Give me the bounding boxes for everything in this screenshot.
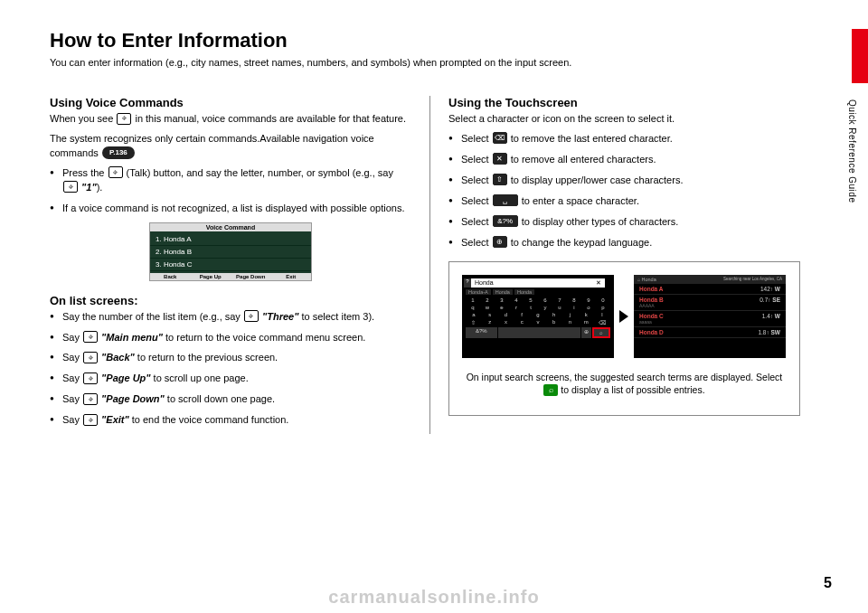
- key: m: [580, 318, 592, 326]
- section-tab: [852, 29, 868, 83]
- key: n: [564, 318, 576, 326]
- key: 8: [569, 297, 580, 304]
- text: Select: [461, 133, 492, 144]
- key: x: [500, 318, 512, 326]
- key: c: [516, 318, 528, 326]
- touchscreen-bullets: Select ⌫ to remove the last entered char…: [448, 132, 800, 250]
- vc-row: 2. Honda B: [150, 246, 311, 259]
- search-icon: ⌕: [543, 384, 558, 396]
- list-item: Press the ⎆ (Talk) button, and say the l…: [50, 166, 411, 195]
- key: h: [548, 311, 560, 318]
- text: When you see: [50, 113, 116, 124]
- keyboard-screenshot: ? Honda ✕ Honda-A Honda Honda 1234567890: [462, 275, 614, 358]
- list-item: Select ⇧ to display upper/lower case cha…: [448, 174, 800, 188]
- shift-key-icon: ⇧: [467, 318, 479, 326]
- key: o: [583, 304, 595, 311]
- list-item: Say ⎆ "Page Up" to scroll up one page.: [50, 372, 411, 386]
- left-column: Using Voice Commands When you see ⎆ in t…: [50, 96, 429, 434]
- result-dist: 1.8↑: [758, 329, 769, 335]
- result-name: Honda B: [639, 297, 664, 303]
- touchscreen-intro: Select a character or icon on the screen…: [448, 112, 800, 127]
- key: d: [500, 311, 512, 318]
- list-item: Select ␣ to enter a space character.: [448, 194, 800, 209]
- side-label: Quick Reference Guide: [847, 99, 857, 203]
- suggestion: Honda: [514, 289, 534, 295]
- key: r: [511, 304, 523, 311]
- arrow-right-icon: [619, 310, 628, 323]
- key: e: [496, 304, 508, 311]
- clear-x-icon: ✕: [596, 279, 601, 287]
- key: 3: [496, 297, 508, 304]
- list-screens-bullets: Say the number of the list item (e.g., s…: [50, 310, 411, 429]
- text: to change the keypad language.: [508, 237, 653, 248]
- sym-key: &?%: [466, 327, 497, 338]
- touchscreen-example-box: ? Honda ✕ Honda-A Honda Honda 1234567890: [448, 261, 800, 416]
- text: Select: [461, 237, 492, 248]
- result-dir: W: [775, 313, 780, 319]
- list-item: Select ⊕ to change the keypad language.: [448, 236, 800, 250]
- voice-cmd: "Page Down": [101, 393, 165, 404]
- key: u: [554, 304, 566, 311]
- list-item: Say ⎆ "Main menu" to return to the voice…: [50, 331, 411, 345]
- example-caption: On input search screens, the suggested s…: [462, 371, 787, 397]
- symbols-icon: &?%: [493, 215, 518, 227]
- globe-key-icon: ⊕: [581, 327, 591, 338]
- result-row: Honda Caaaaa 1.4↑ W: [634, 311, 786, 327]
- search-button-highlighted: ⌕: [592, 327, 610, 338]
- text: Say: [62, 393, 82, 404]
- result-row: Honda BAAAAA 0.7↑ SE: [634, 295, 786, 311]
- kbd-row-z: ⇧zxcvbnm⌫: [466, 318, 610, 326]
- page-ref-badge: P.136: [102, 146, 135, 159]
- key: k: [580, 311, 592, 318]
- clear-icon: ✕: [493, 153, 507, 165]
- right-column: Using the Touchscreen Select a character…: [429, 96, 800, 434]
- space-key: [498, 327, 581, 338]
- talk-icon: ⎆: [83, 331, 98, 343]
- list-item: Select ⌫ to remove the last entered char…: [448, 132, 800, 146]
- backspace-icon: ⌫: [493, 132, 507, 144]
- key: 5: [525, 297, 537, 304]
- key: v: [532, 318, 543, 326]
- text: to scroll down one page.: [165, 393, 275, 404]
- results-screenshot: ⌕ Honda Searching near Los Angeles, CA H…: [634, 275, 786, 358]
- voice-cmd: "Three": [262, 311, 298, 322]
- key: 4: [511, 297, 523, 304]
- list-item: Say ⎆ "Page Down" to scroll down one pag…: [50, 392, 411, 407]
- list-item: Say the number of the list item (e.g., s…: [50, 310, 411, 325]
- page-title: How to Enter Information: [50, 29, 818, 52]
- result-header: ⌕ Honda Searching near Los Angeles, CA: [634, 275, 786, 284]
- text: Say: [62, 352, 82, 363]
- text: Say: [62, 414, 82, 425]
- suggestion-row: Honda-A Honda Honda: [466, 289, 610, 295]
- result-header-right: Searching near Los Angeles, CA: [723, 277, 782, 282]
- vc-footer-btn: Page Down: [231, 274, 271, 279]
- vc-footer-btn: Page Up: [191, 274, 231, 279]
- talk-icon: ⎆: [83, 373, 98, 384]
- list-item: If a voice command is not recognized, a …: [50, 202, 411, 216]
- text: Say: [62, 373, 82, 383]
- suggestion: Honda-A: [466, 289, 491, 295]
- key: f: [516, 311, 528, 318]
- key: 9: [583, 297, 595, 304]
- text: Select: [461, 195, 492, 206]
- result-dist: 0.7↑: [760, 297, 770, 303]
- key: y: [540, 304, 552, 311]
- result-dist: 142↑: [760, 286, 773, 292]
- result-name: Honda C: [639, 313, 664, 319]
- key: q: [467, 304, 479, 311]
- voice-cmd: "Back": [101, 352, 135, 363]
- key: t: [525, 304, 537, 311]
- result-row: Honda D 1.8↑ SW: [634, 327, 786, 338]
- list-item: Say ⎆ "Back" to return to the previous s…: [50, 351, 411, 365]
- list-screens-heading: On list screens:: [50, 294, 411, 307]
- text: to return to the voice command menu scre…: [163, 332, 365, 343]
- vc-title: Voice Command: [150, 223, 311, 231]
- key: z: [484, 318, 495, 326]
- input-bar: Honda ✕: [471, 278, 605, 288]
- text: to enter a space character.: [519, 195, 639, 206]
- text: to end the voice command function.: [129, 414, 289, 425]
- voice-cmd: "Main menu": [101, 332, 163, 343]
- text: to display other types of characters.: [519, 216, 679, 227]
- result-dir: SE: [772, 297, 780, 303]
- key: a: [467, 311, 479, 318]
